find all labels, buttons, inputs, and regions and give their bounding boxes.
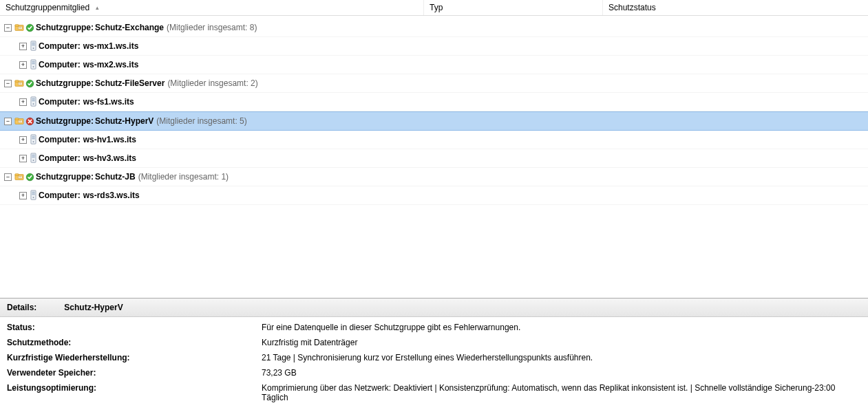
svg-rect-1 [15,25,19,27]
column-header-member[interactable]: Schutzgruppenmitglied ▴ [0,0,424,15]
details-row: Status:Für eine Datenquelle in dieser Sc… [7,323,861,332]
server-icon [30,153,37,164]
group-row-jb[interactable]: − Schutzgruppe:Schutz-JB(Mitglieder insg… [0,168,868,186]
expander-icon[interactable]: − [4,173,12,181]
details-value: Komprimierung über das Netzwerk: Deaktiv… [262,383,861,402]
expander-icon[interactable]: − [4,80,12,87]
computer-name: ws-fs1.ws.its [83,93,134,111]
details-header-name: Schutz-HyperV [64,303,123,312]
expander-icon[interactable]: + [19,155,27,162]
computer-row[interactable]: + Computer:ws-hv1.ws.its [0,131,868,149]
computer-name: ws-hv3.ws.its [83,149,136,167]
computer-row[interactable]: + Computer:ws-rds3.ws.its [0,186,868,205]
svg-rect-40 [32,155,34,156]
expander-icon[interactable]: + [19,136,27,144]
svg-rect-17 [15,80,19,83]
svg-rect-45 [18,175,22,178]
expander-icon[interactable]: − [4,118,12,125]
svg-rect-41 [32,157,34,158]
computer-row[interactable]: + Computer:ws-mx1.ws.its [0,37,868,56]
svg-rect-34 [32,136,34,137]
group-members: (Mitglieder insgesamt: 8) [167,19,257,36]
svg-point-53 [33,197,34,198]
expander-icon[interactable]: + [19,61,27,69]
server-icon [30,96,37,107]
svg-rect-12 [32,61,34,62]
computer-row[interactable]: + Computer:ws-hv3.ws.its [0,149,868,168]
computer-prefix: Computer: [39,149,81,167]
column-header-status-label: Schutzstatus [608,3,656,12]
protection-tree[interactable]: − Schutzgruppe:Schutz-Exchange(Mitgliede… [0,16,868,298]
svg-rect-29 [18,120,22,122]
expander-icon[interactable]: − [4,24,12,32]
group-prefix: Schutzgruppe: [36,19,94,36]
computer-row[interactable]: + Computer:ws-fs1.ws.its [0,93,868,111]
svg-rect-13 [32,62,34,63]
group-row-exchange[interactable]: − Schutzgruppe:Schutz-Exchange(Mitgliede… [0,19,868,37]
svg-rect-18 [18,82,22,85]
group-row-fileserver[interactable]: − Schutzgruppe:Schutz-FileServer(Mitglie… [0,74,868,93]
svg-rect-8 [32,43,34,44]
status-error-icon [25,117,34,126]
svg-point-42 [33,160,34,161]
computer-name: ws-hv1.ws.its [83,131,136,149]
computer-prefix: Computer: [39,93,81,111]
svg-rect-14 [32,63,34,64]
details-row: Schutzmethode:Kurzfristig mit Datenträge… [7,338,861,347]
svg-rect-24 [32,99,34,100]
svg-rect-35 [32,137,34,138]
details-key: Verwendeter Speicher: [7,368,262,378]
expander-icon[interactable]: + [19,98,27,106]
group-members: (Mitglieder insgesamt: 1) [138,168,229,186]
svg-point-10 [33,47,34,49]
svg-rect-39 [32,155,34,155]
computer-name: ws-mx2.ws.its [83,56,139,74]
group-row-hyperv[interactable]: − Schutzgruppe:Schutz-HyperV(Mitglieder … [0,111,868,131]
folder-icon [14,116,24,126]
expander-icon[interactable]: + [19,43,27,50]
group-members: (Mitglieder insgesamt: 5) [156,112,246,130]
svg-rect-52 [32,194,34,195]
column-headers: Schutzgruppenmitglied ▴ Typ Schutzstatus [0,0,868,16]
svg-rect-7 [32,43,34,43]
group-name: Schutz-JB [95,168,136,186]
details-row: Kurzfristige Wiederherstellung:21 Tage |… [7,353,861,362]
computer-prefix: Computer: [39,37,81,55]
group-name: Schutz-Exchange [95,19,164,36]
column-header-member-label: Schutzgruppenmitglied [6,3,89,12]
computer-prefix: Computer: [39,131,81,149]
status-ok-icon [25,173,34,182]
folder-icon [14,23,24,32]
status-ok-icon [25,79,34,88]
svg-rect-50 [32,192,34,193]
svg-rect-9 [32,45,34,45]
svg-rect-36 [32,138,34,139]
details-body: Status:Für eine Datenquelle in dieser Sc… [0,317,868,412]
svg-point-26 [33,103,34,105]
column-header-type-label: Typ [430,3,443,12]
server-icon [30,41,37,52]
details-key: Status: [7,323,262,332]
sort-asc-icon: ▴ [96,0,99,15]
svg-rect-25 [32,100,34,101]
group-name: Schutz-HyperV [95,112,154,130]
details-value: Für eine Datenquelle in dieser Schutzgru… [262,323,861,332]
folder-icon [14,78,24,88]
svg-rect-51 [32,193,34,193]
column-header-status[interactable]: Schutzstatus [603,0,868,15]
details-header-label: Details: [7,303,36,312]
expander-icon[interactable]: + [19,192,27,199]
details-row: Verwendeter Speicher:73,23 GB [7,368,861,378]
details-header: Details: Schutz-HyperV [0,299,868,317]
details-value: 21 Tage | Synchronisierung kurz vor Erst… [262,353,861,362]
computer-prefix: Computer: [39,56,81,74]
computer-row[interactable]: + Computer:ws-mx2.ws.its [0,56,868,74]
svg-rect-2 [18,26,22,29]
group-prefix: Schutzgruppe: [36,168,94,186]
group-prefix: Schutzgruppe: [36,112,94,130]
group-members: (Mitglieder insgesamt: 2) [167,74,257,92]
status-ok-icon [25,23,34,32]
details-panel: Details: Schutz-HyperV Status:Für eine D… [0,298,868,412]
computer-name: ws-rds3.ws.its [83,186,140,204]
column-header-type[interactable]: Typ [424,0,603,15]
